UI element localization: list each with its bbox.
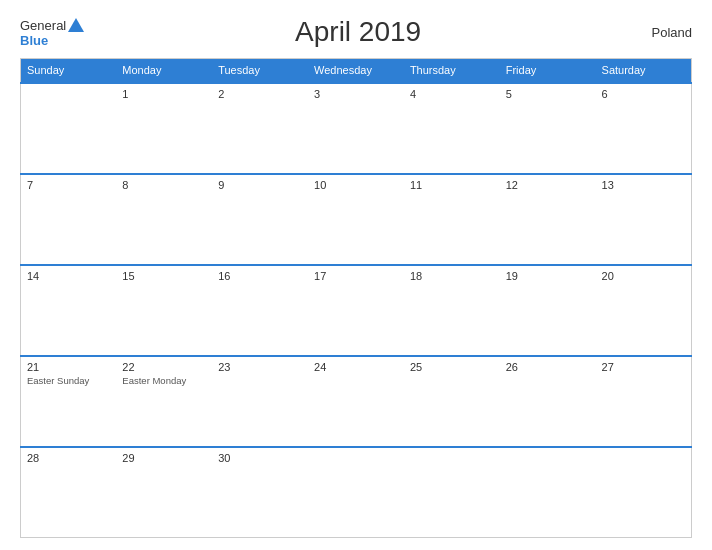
- calendar-cell: 28: [21, 447, 117, 538]
- calendar-cell: 15: [116, 265, 212, 356]
- day-number: 30: [218, 452, 302, 464]
- calendar-cell: 23: [212, 356, 308, 447]
- page: General Blue April 2019 Poland Sunday Mo…: [0, 0, 712, 550]
- calendar-cell: 7: [21, 174, 117, 265]
- day-number: 14: [27, 270, 110, 282]
- calendar-cell: 24: [308, 356, 404, 447]
- day-number: 21: [27, 361, 110, 373]
- logo-general: General: [20, 19, 66, 32]
- country-label: Poland: [632, 25, 692, 40]
- calendar-cell: 1: [116, 83, 212, 174]
- holiday-label: Easter Monday: [122, 375, 206, 387]
- day-number: 13: [602, 179, 685, 191]
- day-number: 15: [122, 270, 206, 282]
- weekday-header-row: Sunday Monday Tuesday Wednesday Thursday…: [21, 59, 692, 83]
- calendar-week-3: 14151617181920: [21, 265, 692, 356]
- day-number: 18: [410, 270, 494, 282]
- day-number: 17: [314, 270, 398, 282]
- day-number: 28: [27, 452, 110, 464]
- calendar-cell: [308, 447, 404, 538]
- calendar-cell: 3: [308, 83, 404, 174]
- calendar-cell: 4: [404, 83, 500, 174]
- col-saturday: Saturday: [596, 59, 692, 83]
- calendar-cell: 25: [404, 356, 500, 447]
- calendar-cell: 22Easter Monday: [116, 356, 212, 447]
- day-number: 8: [122, 179, 206, 191]
- holiday-label: Easter Sunday: [27, 375, 110, 387]
- calendar-cell: 20: [596, 265, 692, 356]
- day-number: 23: [218, 361, 302, 373]
- calendar-cell: 8: [116, 174, 212, 265]
- day-number: 16: [218, 270, 302, 282]
- day-number: 27: [602, 361, 685, 373]
- day-number: 12: [506, 179, 590, 191]
- logo: General Blue: [20, 18, 84, 47]
- day-number: 19: [506, 270, 590, 282]
- calendar-cell: 11: [404, 174, 500, 265]
- calendar-cell: 10: [308, 174, 404, 265]
- day-number: 11: [410, 179, 494, 191]
- calendar-cell: [500, 447, 596, 538]
- calendar-cell: 14: [21, 265, 117, 356]
- day-number: 4: [410, 88, 494, 100]
- day-number: 7: [27, 179, 110, 191]
- day-number: 2: [218, 88, 302, 100]
- calendar-cell: 30: [212, 447, 308, 538]
- day-number: 6: [602, 88, 685, 100]
- calendar-week-1: 123456: [21, 83, 692, 174]
- calendar-cell: 16: [212, 265, 308, 356]
- calendar-title: April 2019: [84, 16, 632, 48]
- calendar-cell: [404, 447, 500, 538]
- col-tuesday: Tuesday: [212, 59, 308, 83]
- calendar-cell: [21, 83, 117, 174]
- header: General Blue April 2019 Poland: [20, 16, 692, 48]
- calendar-cell: 18: [404, 265, 500, 356]
- day-number: 1: [122, 88, 206, 100]
- calendar-cell: 2: [212, 83, 308, 174]
- col-thursday: Thursday: [404, 59, 500, 83]
- col-sunday: Sunday: [21, 59, 117, 83]
- day-number: 24: [314, 361, 398, 373]
- day-number: 26: [506, 361, 590, 373]
- calendar-cell: 21Easter Sunday: [21, 356, 117, 447]
- col-wednesday: Wednesday: [308, 59, 404, 83]
- day-number: 29: [122, 452, 206, 464]
- calendar-week-2: 78910111213: [21, 174, 692, 265]
- day-number: 25: [410, 361, 494, 373]
- day-number: 3: [314, 88, 398, 100]
- day-number: 20: [602, 270, 685, 282]
- col-monday: Monday: [116, 59, 212, 83]
- day-number: 9: [218, 179, 302, 191]
- day-number: 10: [314, 179, 398, 191]
- calendar-cell: 13: [596, 174, 692, 265]
- calendar-cell: 5: [500, 83, 596, 174]
- calendar-cell: 12: [500, 174, 596, 265]
- calendar-table: Sunday Monday Tuesday Wednesday Thursday…: [20, 58, 692, 538]
- calendar-cell: 26: [500, 356, 596, 447]
- day-number: 22: [122, 361, 206, 373]
- calendar-cell: [596, 447, 692, 538]
- calendar-cell: 17: [308, 265, 404, 356]
- day-number: 5: [506, 88, 590, 100]
- logo-triangle-icon: [68, 18, 84, 32]
- calendar-cell: 19: [500, 265, 596, 356]
- calendar-cell: 29: [116, 447, 212, 538]
- calendar-cell: 27: [596, 356, 692, 447]
- logo-blue: Blue: [20, 34, 48, 47]
- calendar-cell: 6: [596, 83, 692, 174]
- calendar-week-4: 21Easter Sunday22Easter Monday2324252627: [21, 356, 692, 447]
- col-friday: Friday: [500, 59, 596, 83]
- calendar-cell: 9: [212, 174, 308, 265]
- calendar-week-5: 282930: [21, 447, 692, 538]
